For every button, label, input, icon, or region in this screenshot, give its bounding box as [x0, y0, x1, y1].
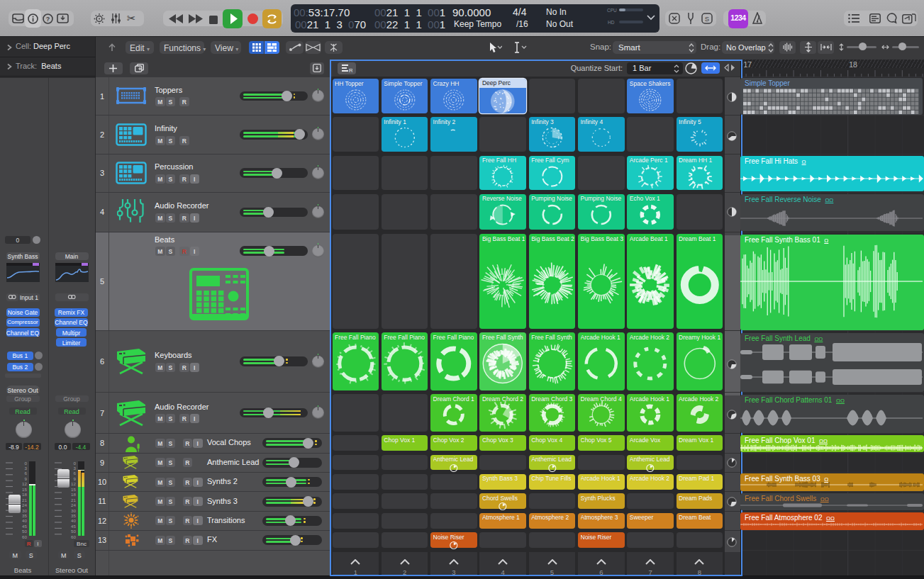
svg-text:21: 21 [71, 498, 76, 502]
svg-text:0: 0 [25, 461, 28, 466]
svg-text:35: 35 [22, 513, 27, 518]
svg-text:6: 6 [25, 471, 28, 476]
svg-text:50: 50 [71, 529, 76, 534]
svg-text:12: 12 [71, 481, 76, 486]
svg-text:18: 18 [71, 492, 76, 497]
svg-text:35: 35 [71, 513, 76, 518]
svg-text:40: 40 [71, 518, 76, 523]
svg-text:?: ? [46, 16, 50, 23]
svg-text:6: 6 [74, 471, 77, 476]
svg-text:15: 15 [22, 487, 27, 492]
svg-text:18: 18 [22, 492, 27, 497]
svg-text:12: 12 [22, 481, 27, 486]
svg-text:24: 24 [71, 502, 76, 507]
svg-text:3: 3 [74, 466, 77, 471]
svg-text:24: 24 [22, 502, 27, 507]
svg-text:S: S [705, 15, 709, 23]
svg-text:0: 0 [74, 461, 77, 466]
svg-text:60: 60 [71, 534, 76, 539]
svg-text:3: 3 [25, 466, 28, 471]
svg-text:50: 50 [22, 529, 27, 534]
svg-text:R: R [349, 67, 352, 72]
svg-text:9: 9 [74, 476, 77, 481]
svg-text:21: 21 [22, 498, 27, 502]
svg-text:30: 30 [71, 508, 76, 513]
svg-text:40: 40 [22, 518, 27, 523]
svg-text:45: 45 [22, 524, 27, 529]
svg-text:30: 30 [22, 508, 27, 513]
svg-text:45: 45 [71, 524, 76, 529]
svg-text:60: 60 [22, 534, 27, 539]
svg-text:15: 15 [71, 487, 76, 492]
svg-text:9: 9 [25, 476, 28, 481]
